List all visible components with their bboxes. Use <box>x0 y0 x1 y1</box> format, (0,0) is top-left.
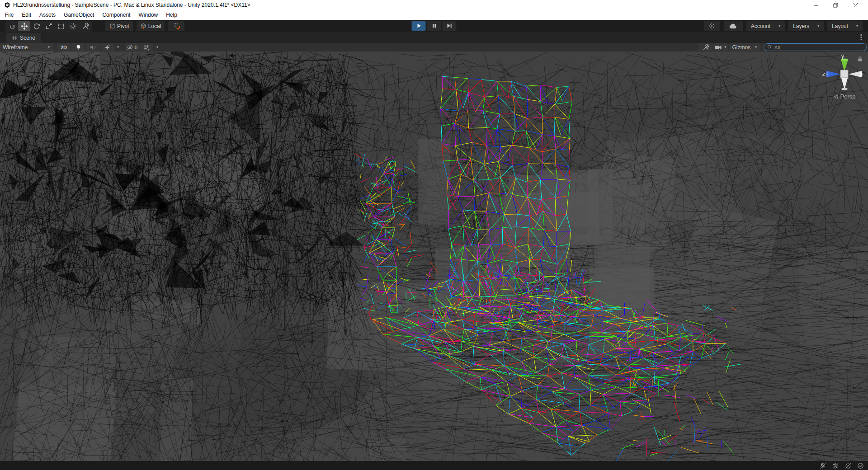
hidden-count: 0 <box>135 45 137 50</box>
menu-file[interactable]: File <box>1 10 18 20</box>
panel-tab-bar: Scene <box>0 32 868 43</box>
grid-visibility-button[interactable] <box>140 43 153 51</box>
gizmos-dropdown[interactable]: Gizmos ▼ <box>729 43 760 51</box>
lighting-toggle-button[interactable] <box>71 43 85 51</box>
toolbar-right-cluster: Account ▼ Layers ▼ Layout ▼ <box>704 21 863 31</box>
restore-button[interactable] <box>826 0 845 10</box>
effects-dropdown-caret[interactable]: ▼ <box>114 45 122 49</box>
tab-scene[interactable]: Scene <box>6 33 41 43</box>
local-cube-icon <box>140 23 146 29</box>
menu-bar: File Edit Assets GameObject Component Wi… <box>0 10 868 20</box>
scene-visibility-button[interactable]: 0 <box>125 43 139 51</box>
scale-tool-button[interactable] <box>42 21 55 31</box>
scene-view-toolbar: Wireframe ▼ 2D ▼ 0 ▼ ▼ Gizmos ▼ <box>0 43 868 52</box>
auto-refresh-muted-icon[interactable] <box>844 462 852 469</box>
separator <box>123 44 123 51</box>
pivot-icon <box>109 23 115 29</box>
local-toggle-button[interactable]: Local <box>137 21 165 31</box>
menu-component[interactable]: Component <box>98 10 134 20</box>
panel-menu-kebab[interactable] <box>858 34 864 41</box>
layers-dropdown[interactable]: Layers ▼ <box>788 21 824 31</box>
custom-tool-button[interactable] <box>79 21 91 31</box>
menu-edit[interactable]: Edit <box>18 10 35 20</box>
menu-window[interactable]: Window <box>134 10 162 20</box>
hand-tool-button[interactable] <box>6 21 18 31</box>
menu-assets[interactable]: Assets <box>35 10 60 20</box>
chevron-down-icon: ▼ <box>47 45 51 49</box>
play-button[interactable] <box>412 21 426 31</box>
close-button[interactable] <box>845 0 865 10</box>
layers-muted-icon[interactable] <box>831 462 839 469</box>
speaker-icon <box>90 44 96 50</box>
scene-tools-button[interactable] <box>699 43 712 51</box>
separator <box>55 44 55 51</box>
effects-toggle-button[interactable] <box>100 43 114 51</box>
local-label: Local <box>148 23 161 29</box>
gizmo-lock-button[interactable] <box>857 56 863 62</box>
audio-toggle-button[interactable] <box>86 43 99 51</box>
scene-grid-icon <box>12 35 17 41</box>
grid-icon <box>143 44 150 51</box>
main-toolbar: Pivot Local Account ▼ <box>0 20 868 32</box>
wrench-icon <box>703 44 709 51</box>
projection-label: Persp <box>840 93 856 100</box>
scene-search-field[interactable]: All <box>764 43 867 51</box>
projection-toggle[interactable]: Persp <box>825 93 864 100</box>
step-button[interactable] <box>443 21 457 31</box>
camera-icon <box>715 45 722 50</box>
account-label: Account <box>751 23 770 29</box>
chevron-down-icon: ▼ <box>816 24 820 28</box>
shading-mode-dropdown[interactable]: Wireframe ▼ <box>0 43 53 52</box>
scene-camera-button[interactable]: ▼ <box>713 43 728 51</box>
rect-tool-button[interactable] <box>55 21 67 31</box>
chevron-down-icon: ▼ <box>778 24 781 28</box>
scene-viewport[interactable]: y z Persp <box>0 52 868 461</box>
lightbulb-icon <box>75 44 81 51</box>
scene-toolbar-right: ▼ Gizmos ▼ All <box>698 43 867 52</box>
axis-z-cone <box>827 71 840 77</box>
2d-toggle-button[interactable]: 2D <box>57 43 71 51</box>
transform-tool-button[interactable] <box>67 21 79 31</box>
grid-dropdown-caret[interactable]: ▼ <box>154 45 161 49</box>
layout-dropdown[interactable]: Layout ▼ <box>827 21 863 31</box>
window-title: HL2Grundrisserstellung - SampleScene - P… <box>13 2 250 8</box>
axis-y-label: y <box>841 52 844 59</box>
window-titlebar: HL2Grundrisserstellung - SampleScene - P… <box>0 0 868 10</box>
cloud-services-button[interactable] <box>724 21 743 31</box>
camera-dropdown-caret: ▼ <box>722 45 727 49</box>
effects-sparkle-icon <box>104 44 110 51</box>
scene-tab-label: Scene <box>20 35 35 41</box>
gizmos-label: Gizmos <box>732 44 750 51</box>
pivot-label: Pivot <box>117 23 129 29</box>
axis-down-cone <box>841 78 848 89</box>
pause-button[interactable] <box>427 21 441 31</box>
axis-x-cone <box>849 71 861 77</box>
minimize-button[interactable] <box>806 0 826 10</box>
lock-icon <box>857 56 863 62</box>
axis-z-label: z <box>822 70 826 77</box>
transform-tools-group <box>5 21 92 32</box>
progress-activity-button[interactable] <box>704 21 720 31</box>
grid-snap-button[interactable] <box>168 21 184 31</box>
pivot-toggle-button[interactable]: Pivot <box>105 21 133 31</box>
gizmo-center-cube <box>840 70 848 78</box>
rotate-tool-button[interactable] <box>30 21 42 31</box>
menu-gameobject[interactable]: GameObject <box>60 10 98 20</box>
axis-y-cone <box>841 60 848 71</box>
wireframe-scene-canvas[interactable] <box>0 52 868 461</box>
chevron-down-icon: ▼ <box>855 24 859 28</box>
persp-icon <box>834 94 839 99</box>
layout-label: Layout <box>832 23 848 29</box>
eye-slash-icon <box>127 44 133 50</box>
play-controls <box>412 21 457 31</box>
gizmos-caret: ▼ <box>750 45 758 49</box>
status-bar <box>0 461 868 470</box>
shading-mode-label: Wireframe <box>3 44 28 51</box>
status-ok-icon[interactable] <box>856 462 864 469</box>
notifications-muted-icon[interactable] <box>818 462 826 469</box>
search-value: All <box>774 45 780 50</box>
account-dropdown[interactable]: Account ▼ <box>746 21 785 31</box>
2d-label: 2D <box>61 45 67 50</box>
menu-help[interactable]: Help <box>162 10 181 20</box>
move-tool-button[interactable] <box>18 21 30 31</box>
